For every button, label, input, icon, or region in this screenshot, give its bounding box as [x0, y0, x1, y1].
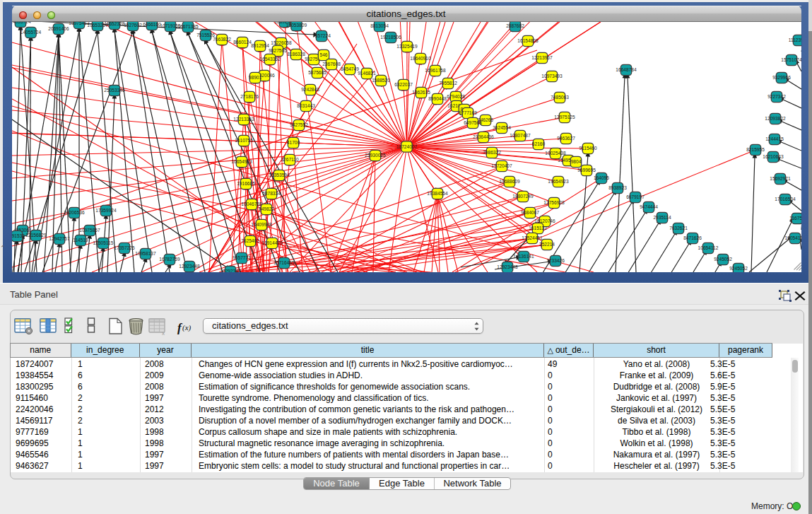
- svg-text:949822: 949822: [259, 206, 274, 211]
- svg-text:9657771: 9657771: [233, 255, 251, 260]
- svg-text:1362615: 1362615: [412, 90, 430, 95]
- svg-text:14055724: 14055724: [20, 30, 42, 35]
- svg-text:8215955: 8215955: [746, 147, 765, 152]
- svg-text:9474444: 9474444: [640, 204, 658, 209]
- svg-text:11652328: 11652328: [105, 22, 125, 26]
- svg-text:2935114: 2935114: [653, 215, 671, 220]
- svg-text:9146821: 9146821: [358, 71, 376, 76]
- svg-text:12213363: 12213363: [233, 117, 254, 122]
- svg-text:12923448: 12923448: [179, 264, 200, 269]
- svg-text:7625402: 7625402: [241, 238, 259, 243]
- svg-text:252214: 252214: [539, 242, 555, 247]
- svg-text:10807487: 10807487: [510, 133, 531, 138]
- svg-text:17357225: 17357225: [114, 245, 135, 250]
- svg-text:16046788: 16046788: [241, 201, 262, 206]
- svg-text:x: x: [162, 330, 165, 337]
- svg-text:12505115: 12505115: [93, 240, 114, 245]
- svg-text:62160: 62160: [532, 141, 546, 146]
- svg-text:15720407: 15720407: [491, 163, 512, 168]
- svg-text:546: 546: [319, 52, 327, 57]
- svg-text:12923448: 12923448: [497, 264, 518, 269]
- svg-text:15716485: 15716485: [273, 260, 295, 265]
- svg-text:1244415: 1244415: [765, 136, 784, 141]
- svg-text:9684067: 9684067: [521, 210, 539, 215]
- svg-text:3624554: 3624554: [493, 125, 511, 130]
- svg-text:16782759: 16782759: [159, 257, 180, 262]
- svg-text:9804: 9804: [571, 159, 582, 164]
- svg-text:9827505: 9827505: [269, 48, 287, 53]
- svg-text:13325419: 13325419: [396, 44, 418, 49]
- svg-text:20691406: 20691406: [48, 26, 69, 31]
- svg-text:8990448: 8990448: [428, 96, 447, 101]
- svg-text:16409948: 16409948: [251, 222, 272, 227]
- svg-text:25053346: 25053346: [104, 88, 125, 93]
- svg-text:9115460: 9115460: [579, 146, 597, 151]
- svg-text:20206536: 20206536: [64, 210, 85, 215]
- svg-text:7663822: 7663822: [213, 37, 231, 42]
- svg-text:10292348: 10292348: [220, 269, 241, 272]
- svg-text:98901: 98901: [249, 75, 262, 80]
- svg-text:12942757: 12942757: [49, 236, 70, 241]
- svg-text:10654983: 10654983: [231, 159, 252, 164]
- svg-text:7986322: 7986322: [483, 150, 501, 155]
- svg-text:10958137: 10958137: [135, 251, 156, 256]
- svg-text:7632621: 7632621: [669, 226, 688, 230]
- svg-text:7357224: 7357224: [312, 33, 331, 38]
- svg-text:5878334: 5878334: [262, 191, 281, 196]
- svg-text:9427552: 9427552: [290, 122, 308, 127]
- svg-text:164095: 164095: [594, 175, 609, 180]
- svg-text:8660124: 8660124: [233, 40, 252, 45]
- svg-text:2718176: 2718176: [240, 94, 259, 99]
- svg-text:391533: 391533: [12, 233, 25, 238]
- svg-text:6497568: 6497568: [464, 120, 482, 125]
- svg-text:116753: 116753: [789, 216, 801, 221]
- svg-text:12156829: 12156829: [25, 233, 47, 238]
- svg-text:8471626: 8471626: [683, 235, 702, 240]
- svg-text:1588520: 1588520: [372, 78, 390, 83]
- svg-text:10654112: 10654112: [698, 245, 719, 250]
- svg-text:9245052: 9245052: [714, 257, 732, 262]
- svg-text:18640910: 18640910: [410, 56, 431, 61]
- svg-text:10688609: 10688609: [499, 179, 520, 184]
- svg-text:18807249: 18807249: [512, 194, 534, 199]
- svg-text:1615132: 1615132: [529, 226, 547, 230]
- svg-text:16648784: 16648784: [616, 67, 637, 72]
- svg-text:12093822: 12093822: [765, 116, 786, 121]
- svg-text:16053809: 16053809: [286, 23, 307, 28]
- svg-text:14055724: 14055724: [12, 22, 31, 24]
- svg-text:8813054: 8813054: [370, 23, 389, 28]
- svg-text:9227342: 9227342: [767, 94, 786, 99]
- svg-text:19384554: 19384554: [427, 191, 448, 196]
- svg-text:12756928: 12756928: [543, 200, 565, 205]
- svg-text:1610755: 1610755: [235, 138, 253, 143]
- svg-text:9242848: 9242848: [301, 87, 319, 92]
- svg-text:9463627: 9463627: [557, 136, 575, 141]
- svg-text:7485063: 7485063: [551, 95, 569, 100]
- svg-text:15692971: 15692971: [770, 176, 791, 181]
- svg-text:12054112: 12054112: [785, 235, 801, 240]
- svg-text:2887682: 2887682: [506, 23, 524, 28]
- svg-text:1916685: 1916685: [237, 181, 255, 186]
- svg-text:6466160: 6466160: [143, 22, 161, 27]
- svg-text:5875685: 5875685: [308, 70, 326, 75]
- svg-text:16961758: 16961758: [425, 68, 446, 73]
- svg-text:1733426: 1733426: [546, 258, 565, 263]
- svg-text:17359924: 17359924: [95, 208, 117, 213]
- svg-text:9777169: 9777169: [459, 110, 477, 115]
- svg-text:6679197: 6679197: [626, 194, 645, 199]
- svg-text:114519: 114519: [73, 238, 88, 243]
- svg-text:(x): (x): [182, 323, 192, 332]
- svg-text:9699695: 9699695: [577, 168, 596, 173]
- svg-text:9329966: 9329966: [772, 75, 791, 80]
- svg-text:21364436: 21364436: [473, 134, 494, 139]
- svg-text:8454749: 8454749: [341, 66, 359, 71]
- svg-text:6794028: 6794028: [447, 94, 465, 99]
- svg-text:10025438: 10025438: [545, 151, 566, 156]
- svg-text:16543362: 16543362: [259, 57, 281, 62]
- svg-text:3267110: 3267110: [281, 157, 299, 162]
- svg-text:19654923: 19654923: [548, 179, 569, 184]
- svg-text:12213967: 12213967: [531, 55, 553, 60]
- svg-text:1527602: 1527602: [124, 23, 142, 28]
- svg-text:16154808: 16154808: [517, 38, 539, 43]
- svg-text:25930025: 25930025: [365, 153, 386, 158]
